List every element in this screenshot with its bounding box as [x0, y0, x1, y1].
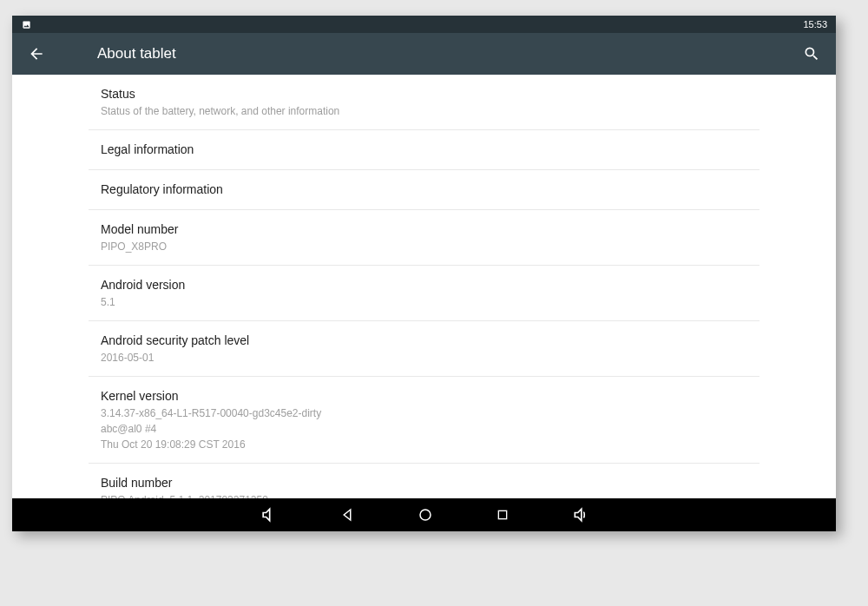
row-legal-information[interactable]: Legal information: [89, 130, 760, 170]
row-subtitle: 5.1: [101, 294, 747, 310]
settings-list: Status Status of the battery, network, a…: [12, 75, 836, 498]
svg-point-1: [420, 510, 431, 520]
row-android-version[interactable]: Android version 5.1: [89, 266, 760, 321]
row-title: Kernel version: [101, 387, 747, 405]
image-icon: [21, 20, 32, 30]
navigation-bar: [12, 498, 836, 531]
search-icon[interactable]: [803, 45, 820, 63]
row-build-number[interactable]: Build number PIPO Android_5.1.1_20170327…: [89, 464, 760, 498]
status-bar: 15:53: [12, 16, 836, 33]
volume-down-icon[interactable]: [260, 506, 277, 524]
row-title: Regulatory information: [101, 181, 747, 199]
row-title: Legal information: [101, 141, 747, 159]
row-title: Build number: [101, 474, 747, 492]
row-subtitle: PIPO_X8PRO: [101, 239, 747, 254]
row-subtitle: 3.14.37-x86_64-L1-R517-00040-gd3c45e2-di…: [101, 405, 747, 452]
back-icon[interactable]: [28, 45, 45, 63]
row-model-number[interactable]: Model number PIPO_X8PRO: [89, 210, 760, 266]
row-regulatory-information[interactable]: Regulatory information: [89, 170, 760, 210]
device-frame: 15:53 About tablet Status Status of the …: [12, 16, 836, 531]
row-subtitle: Status of the battery, network, and othe…: [101, 103, 747, 119]
nav-back-icon[interactable]: [339, 507, 355, 523]
row-kernel-version[interactable]: Kernel version 3.14.37-x86_64-L1-R517-00…: [89, 377, 760, 464]
svg-rect-2: [498, 510, 506, 518]
row-subtitle: 2016-05-01: [101, 350, 747, 366]
row-title: Model number: [101, 221, 747, 239]
nav-recent-icon[interactable]: [496, 508, 510, 522]
nav-home-icon[interactable]: [418, 507, 433, 523]
page-title: About tablet: [97, 45, 176, 63]
volume-up-icon[interactable]: [572, 506, 589, 524]
row-security-patch[interactable]: Android security patch level 2016-05-01: [89, 321, 760, 377]
action-bar: About tablet: [12, 33, 836, 75]
status-time: 15:53: [803, 19, 827, 30]
row-title: Android version: [101, 276, 747, 294]
row-subtitle: PIPO Android_5.1.1_201703271250: [101, 492, 747, 498]
row-title: Status: [101, 85, 747, 103]
row-title: Android security patch level: [101, 332, 747, 350]
row-status[interactable]: Status Status of the battery, network, a…: [89, 75, 760, 130]
